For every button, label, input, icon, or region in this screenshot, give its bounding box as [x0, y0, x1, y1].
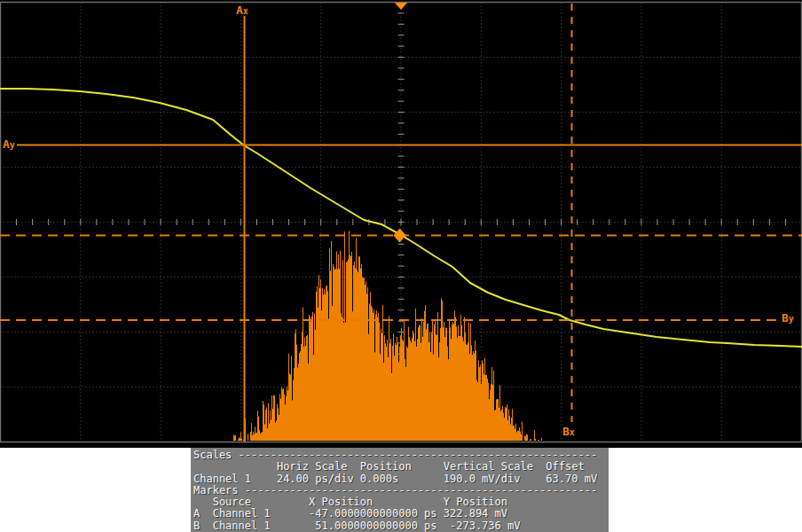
marker-bx-sub: x [570, 427, 575, 437]
marker-by-sub: y [789, 314, 794, 324]
panel-scales-row-line: Channel 1 24.00 ps/div 0.000s 190.0 mV/d… [191, 473, 609, 485]
scope-canvas [0, 0, 802, 448]
panel-markers-header-line: Source X Position Y Position [191, 497, 609, 508]
panel-scales-title-line: Scales ---------------------------------… [191, 450, 609, 461]
marker-bx-letter: B [562, 425, 570, 438]
marker-ay-label[interactable]: Ay [3, 138, 15, 151]
panel-scales-header-line: Horiz Scale Position Vertical Scale Offs… [191, 461, 609, 473]
marker-by-letter: B [782, 311, 789, 325]
marker-ax-sub: x [243, 6, 248, 16]
oscilloscope-screen: Ax Ay Bx By Scales ---------------------… [0, 0, 802, 532]
scales-markers-panel: Scales ---------------------------------… [191, 448, 609, 532]
marker-by-label[interactable]: By [782, 312, 794, 325]
jitter-histogram-trace [233, 231, 542, 441]
measurement-diamond-marker [394, 229, 406, 243]
time-reference-triangle [395, 3, 407, 10]
panel-marker-b-row-line: B Channel 1 51.0000000000000 ps -273.736… [191, 520, 609, 532]
panel-marker-a-row-line: A Channel 1 -47.0000000000000 ps 322.894… [191, 508, 609, 520]
panel-markers-title-line: Markers --------------------------------… [191, 485, 609, 497]
marker-ax-letter: A [236, 4, 243, 17]
marker-ay-sub: y [10, 140, 15, 150]
waveform-display-area: Ax Ay Bx By [0, 0, 802, 448]
marker-ax-label[interactable]: Ax [236, 4, 248, 17]
marker-bx-label[interactable]: Bx [562, 426, 575, 438]
marker-ay-letter: A [3, 137, 10, 151]
indicators[interactable] [394, 3, 408, 243]
